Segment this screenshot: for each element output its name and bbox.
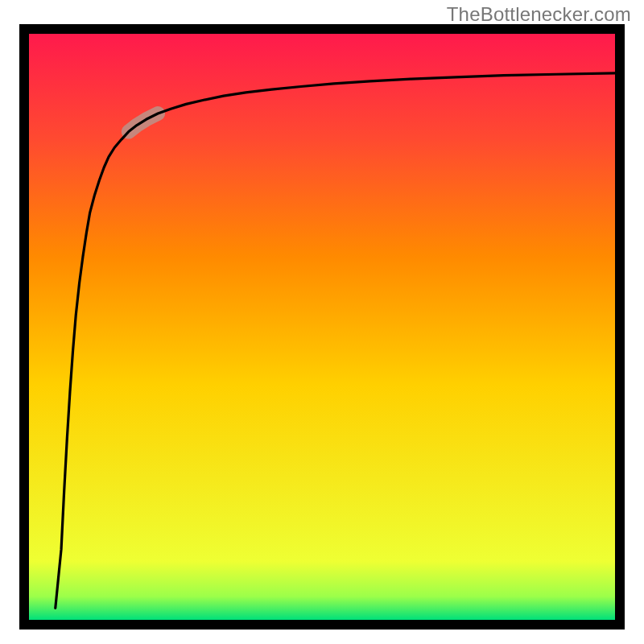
chart-container: TheBottlenecker.com: [0, 0, 644, 644]
plot-background: [29, 34, 615, 620]
bottleneck-chart: [0, 0, 644, 644]
